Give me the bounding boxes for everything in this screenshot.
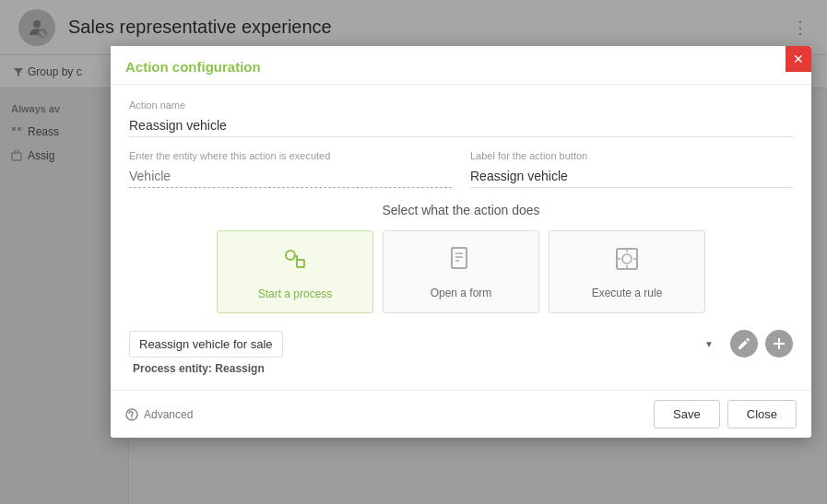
svg-rect-8 xyxy=(452,248,467,268)
action-does-title: Select what the action does xyxy=(129,203,793,217)
edit-process-button[interactable] xyxy=(730,330,758,357)
action-card-open-form[interactable]: Open a form xyxy=(383,230,539,313)
process-select-wrapper: Reassign vehicle for sale xyxy=(129,331,723,357)
process-entity-label: Process entity: Reassign xyxy=(129,361,793,375)
modal-close-x-button[interactable]: ✕ xyxy=(786,46,811,72)
entity-button-row: Enter the entity where this action is ex… xyxy=(129,150,793,188)
button-label-input[interactable] xyxy=(470,165,793,188)
button-label-group: Label for the action button xyxy=(470,150,793,188)
start-process-icon xyxy=(280,244,310,280)
open-form-label: Open a form xyxy=(431,287,492,299)
start-process-label: Start a process xyxy=(258,287,333,300)
action-config-modal: Action configuration ✕ Action name Enter… xyxy=(111,46,811,438)
svg-rect-7 xyxy=(297,260,304,267)
open-form-icon xyxy=(447,245,475,279)
entity-label: Enter the entity where this action is ex… xyxy=(129,150,452,161)
action-card-start-process[interactable]: Start a process xyxy=(217,230,373,313)
footer-actions: Save Close xyxy=(654,400,797,428)
process-row: Reassign vehicle for sale xyxy=(129,330,793,357)
entity-input[interactable] xyxy=(129,165,452,188)
modal-body: Action name Enter the entity where this … xyxy=(111,85,811,390)
svg-point-6 xyxy=(286,251,295,260)
modal-title: Action configuration xyxy=(125,59,261,75)
action-name-label: Action name xyxy=(129,100,793,111)
action-name-group: Action name xyxy=(129,100,793,137)
button-label-label: Label for the action button xyxy=(470,150,793,161)
action-card-execute-rule[interactable]: Execute a rule xyxy=(549,230,705,313)
execute-rule-icon xyxy=(613,245,641,279)
modal-footer: Advanced Save Close xyxy=(111,390,811,438)
close-button[interactable]: Close xyxy=(727,400,797,428)
advanced-label: Advanced xyxy=(144,408,193,421)
entity-group: Enter the entity where this action is ex… xyxy=(129,150,452,188)
svg-point-19 xyxy=(131,417,133,419)
process-select[interactable]: Reassign vehicle for sale xyxy=(129,331,283,357)
action-name-input[interactable] xyxy=(129,114,793,137)
execute-rule-label: Execute a rule xyxy=(592,287,663,299)
action-cards-container: Start a process Open a form xyxy=(129,230,793,313)
svg-point-13 xyxy=(622,254,632,264)
advanced-button[interactable]: Advanced xyxy=(125,408,193,421)
save-button[interactable]: Save xyxy=(654,400,720,428)
modal-header: Action configuration ✕ xyxy=(111,46,811,85)
add-process-button[interactable] xyxy=(765,330,793,357)
